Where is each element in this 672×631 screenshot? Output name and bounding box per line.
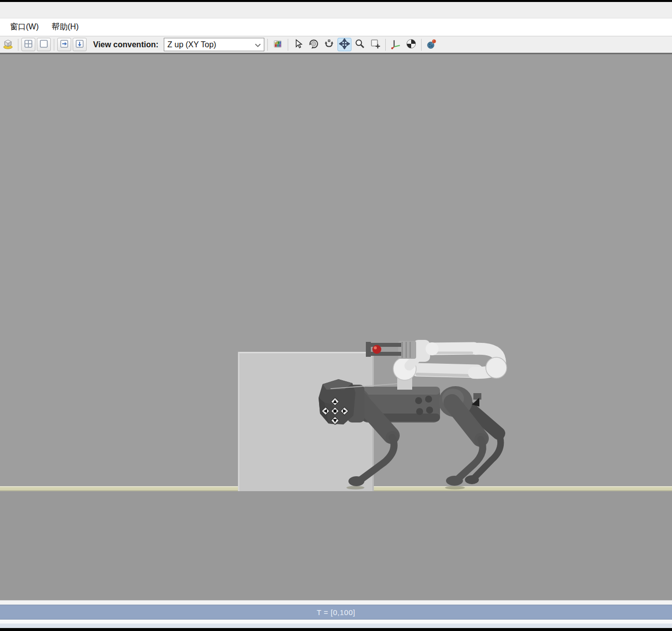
orbit-rotate-tool-button[interactable] — [307, 38, 321, 51]
menu-bar: 窗口(W) 帮助(H) — [0, 18, 672, 36]
window-title-strip — [0, 2, 672, 18]
select-tool-button[interactable] — [291, 38, 305, 51]
shadow — [445, 486, 465, 490]
arm-lower-link — [417, 370, 477, 371]
roll-rotate-icon — [324, 38, 335, 51]
roll-rotate-tool-button[interactable] — [322, 38, 336, 51]
zoom-region-tool-button[interactable] — [368, 38, 382, 51]
orbit-rotate-icon — [308, 38, 319, 51]
body-vent — [415, 397, 422, 404]
zoom-region-icon — [370, 38, 381, 51]
body-vent — [426, 407, 433, 414]
time-slider[interactable]: T = [0,100] — [0, 605, 672, 620]
select-cursor-icon — [293, 39, 303, 51]
time-range-label: T = [0,100] — [317, 608, 355, 617]
joystick-icon — [426, 38, 437, 51]
toolbar-separator — [421, 39, 422, 51]
toolbar-separator — [54, 39, 54, 51]
split-right-icon — [59, 39, 69, 51]
status-strip-bottom — [0, 624, 672, 628]
zoom-icon — [354, 38, 365, 51]
gripper-tip-bar — [366, 342, 371, 357]
split-right-button[interactable] — [57, 38, 71, 51]
arm-wrist-joint — [426, 342, 439, 355]
menu-help[interactable]: 帮助(H) — [47, 20, 84, 34]
view-convention-label: View convention: — [93, 40, 158, 49]
viewport-3d[interactable] — [0, 54, 672, 600]
split-down-button[interactable] — [73, 38, 87, 51]
status-strip-mid — [0, 620, 672, 624]
toolbar-separator — [18, 39, 18, 51]
coordinate-frame-icon — [390, 38, 401, 51]
cube-icon — [2, 38, 13, 51]
body-vent — [416, 408, 423, 415]
toolbar-separator — [385, 39, 386, 51]
ground-plane — [0, 491, 672, 600]
zoom-tool-button[interactable] — [353, 38, 367, 51]
center-of-mass-button[interactable] — [404, 38, 418, 51]
toolbar: View convention: Z up (XY Top) — [0, 36, 672, 54]
toolbar-separator — [267, 39, 268, 51]
view-convention-select[interactable]: Z up (XY Top) — [164, 38, 264, 51]
shadow — [346, 486, 364, 490]
arm-lower-shade — [417, 374, 473, 376]
scene-capture-button[interactable] — [271, 38, 285, 51]
body-vent — [425, 396, 432, 403]
status-strip-top — [0, 600, 672, 605]
scene-canvas — [0, 54, 672, 600]
bottom-bar — [0, 628, 672, 631]
single-pane-icon — [39, 39, 49, 51]
coordinate-frame-button[interactable] — [389, 38, 403, 51]
pan-tool-button[interactable] — [337, 38, 351, 51]
scene-capture-icon — [272, 38, 283, 51]
view-convention-value: Z up (XY Top) — [167, 40, 253, 49]
chevron-down-icon — [255, 40, 261, 49]
pan-icon — [339, 38, 350, 51]
split-down-icon — [75, 39, 85, 51]
joystick-button[interactable] — [425, 38, 439, 51]
red-ball — [372, 345, 381, 354]
four-pane-icon — [23, 39, 33, 51]
four-pane-layout-button[interactable] — [21, 38, 35, 51]
cube-view-button[interactable] — [1, 38, 15, 51]
app-window: 窗口(W) 帮助(H) — [0, 0, 672, 631]
menu-window[interactable]: 窗口(W) — [5, 20, 44, 34]
center-of-mass-icon — [406, 38, 417, 51]
single-pane-layout-button[interactable] — [37, 38, 51, 51]
arm-elbow-ball — [486, 357, 507, 378]
robot-head — [319, 379, 364, 424]
toolbar-separator — [288, 39, 288, 51]
